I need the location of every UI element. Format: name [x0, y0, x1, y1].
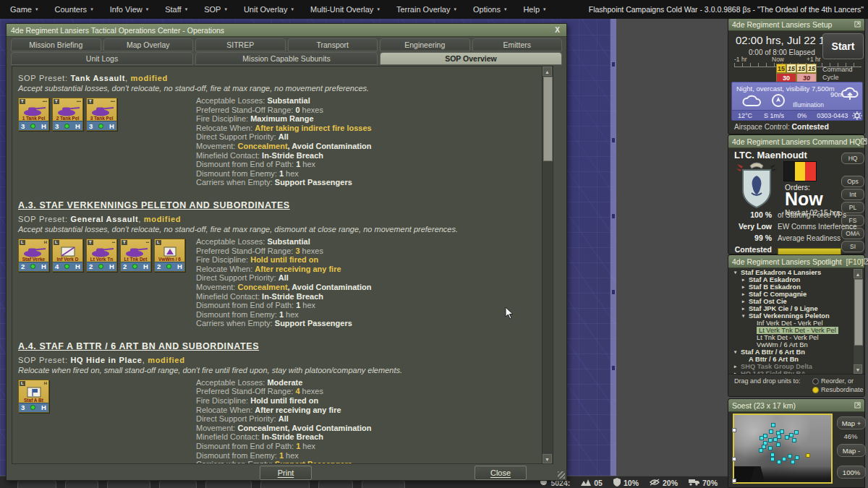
menu-item-terrain-overlay[interactable]: Terrain Overlay▾: [396, 5, 456, 14]
menu-item-help[interactable]: Help▾: [523, 5, 545, 14]
bottom-toolbar-button[interactable]: [318, 480, 353, 488]
tab-mission-briefing[interactable]: Mission Briefing: [11, 38, 101, 51]
map-zoom-out-button[interactable]: Map -: [837, 444, 866, 457]
bottom-toolbar-button[interactable]: [260, 480, 310, 488]
tree-item-staf-a-bttr-6-art-bn[interactable]: ▾Staf A Bttr / 6 Art Bn: [730, 348, 853, 356]
unit-counter-staf-verke[interactable]: LHStaf Verke2H: [18, 239, 49, 272]
scroll-down-icon[interactable]: ▼: [542, 454, 552, 463]
tree-item-staf-b-eskadron[interactable]: ▸Staf B Eskadron: [730, 283, 853, 291]
tab-sitrep[interactable]: SITREP: [195, 38, 286, 51]
tab-transport[interactable]: Transport: [288, 38, 378, 51]
hq-button-si[interactable]: SI: [841, 241, 864, 252]
tree-item-lt-tnk-det-verk-pel[interactable]: Lt Tnk Det - Verk Pel: [730, 334, 853, 341]
tab-sop-overview[interactable]: SOP Overview: [380, 52, 562, 65]
menu-item-options[interactable]: Options▾: [473, 5, 506, 14]
unit-counter-vwwrn-6[interactable]: LVwWrn / 62H: [154, 239, 185, 272]
unit-counter-3-tank-pel[interactable]: T•••3 Tank Pel3H: [86, 98, 117, 131]
unit-counter-lt-verk-tn[interactable]: T••Lt Verk Tn2H: [86, 239, 117, 272]
setup-panel-header[interactable]: 4de Regiment Lansiers Setup: [728, 18, 864, 31]
panel-popout-icon[interactable]: [854, 21, 861, 27]
print-button[interactable]: Print: [260, 466, 312, 480]
tree-item-inf-verk-det-verk-pel[interactable]: Inf Verk Det - Verk Pel: [730, 320, 853, 327]
unit-counter-1-tank-pel[interactable]: T•••1 Tank Pel3H: [18, 98, 49, 131]
bottom-toolbar-button[interactable]: [205, 480, 252, 488]
tab-map-overlay[interactable]: Map Overlay: [103, 38, 194, 51]
chevron-collapsed-icon: ▸: [742, 299, 749, 304]
unit-counter-staf-a-bt[interactable]: LHStaf A Bt3H: [18, 380, 49, 413]
map-zoom-in-button[interactable]: Map +: [837, 416, 866, 429]
bottom-toolbar-button[interactable]: [17, 480, 56, 488]
tab-emitters[interactable]: Emitters: [472, 38, 563, 51]
tree-item-staf-verkennings-peleton[interactable]: ▾Staf Verkennings Peleton: [730, 312, 853, 320]
scroll-down-icon[interactable]: ▼: [854, 364, 862, 374]
minimap[interactable]: [733, 414, 833, 484]
panel-popout-icon[interactable]: [861, 138, 867, 145]
counter-top-right-mark: ••: [112, 240, 115, 245]
resubordinate-radio[interactable]: [812, 387, 819, 393]
unit-counter-inf-verk-d[interactable]: LInf Verk D4H: [52, 239, 83, 272]
tab-unit-logs[interactable]: Unit Logs: [11, 52, 193, 65]
unit-counter-2-tank-pel[interactable]: T•••2 Tank Pel3H: [52, 98, 83, 131]
bottom-toolbar-button[interactable]: [65, 480, 98, 488]
menu-item-game[interactable]: Game▾: [10, 5, 38, 14]
minimap-panel-header[interactable]: Soest (23 x 17 km): [728, 399, 864, 412]
tree-item-vwwrn-6-art-bn[interactable]: VwWrn / 6 Art Bn: [730, 341, 853, 348]
tree-item-staf-c-compagnie[interactable]: ▸Staf C Compagnie: [730, 291, 853, 298]
panel-popout-icon[interactable]: [854, 402, 861, 408]
scrollbar-thumb[interactable]: [543, 77, 553, 161]
menu-item-staff[interactable]: Staff▾: [165, 5, 187, 14]
tree-item-staf-eskadron-4-lansiers[interactable]: ▾Staf Eskadron 4 Lansiers: [730, 269, 853, 276]
sop-detail-value: hexes: [300, 387, 323, 395]
dialog-titlebar[interactable]: 4de Regiment Lansiers Tactical Operation…: [7, 24, 566, 37]
sop-detail-row: Dismount from Enemy: 1 hex: [196, 169, 537, 179]
close-button[interactable]: Close: [475, 466, 527, 480]
resize-grip[interactable]: [558, 471, 565, 479]
sop-detail-label: Dismount from Enemy:: [196, 451, 279, 460]
menu-item-multi-unit-overlay[interactable]: Multi-Unit Overlay▾: [310, 5, 380, 14]
chevron-collapsed-icon: ▸: [742, 284, 749, 290]
temperature-value: 12°C: [738, 112, 752, 119]
counter-strength-value: 3: [55, 122, 59, 130]
status-item-value: 70%: [702, 479, 718, 487]
minimap-handle[interactable]: [732, 457, 736, 461]
hq-button-hq[interactable]: HQ: [841, 153, 864, 164]
scrollbar-thumb[interactable]: [854, 279, 863, 346]
tree-item-label: Lt Tnk Det - Verk Pel: [757, 334, 819, 341]
counter-unit-name: 1 Tank Pel: [19, 116, 48, 121]
dialog-scrollbar[interactable]: ▲ ▼: [542, 67, 553, 463]
tree-item-shq-task-group-delta[interactable]: ▸SHQ Task Group Delta: [730, 363, 853, 370]
menu-item-unit-overlay[interactable]: Unit Overlay▾: [244, 5, 294, 14]
bottom-toolbar-button[interactable]: [107, 480, 150, 488]
spotlight-title-text: 4de Regiment Lansiers Spotlight: [732, 257, 842, 266]
hq-panel-header[interactable]: 4de Regiment Lansiers Command HQ: [728, 135, 864, 148]
minimap-handle[interactable]: [732, 479, 736, 483]
start-button[interactable]: Start: [822, 33, 864, 59]
spotlight-scrollbar[interactable]: ▲ ▼: [853, 269, 863, 374]
menu-item-sop[interactable]: SOP▾: [204, 5, 227, 14]
sop-detail-value: Support Passengers: [275, 319, 352, 328]
reorder-radio[interactable]: [812, 378, 819, 385]
menu-item-counters[interactable]: Counters▾: [54, 5, 93, 14]
panel-popout-icon[interactable]: [864, 258, 868, 265]
scroll-up-icon[interactable]: ▲: [542, 67, 552, 76]
tree-item-staf-jpk-cie-9-ligne[interactable]: ▸Staf JPK Cie / 9 Ligne: [730, 305, 853, 312]
spotlight-panel-header[interactable]: 4de Regiment Lansiers Spotlight [F10]: [728, 255, 864, 268]
hq-button-int[interactable]: Int: [841, 189, 864, 200]
close-icon[interactable]: X: [553, 26, 562, 34]
tab-engineering[interactable]: Engineering: [380, 38, 470, 51]
menu-item-info-view[interactable]: Info View▾: [110, 5, 149, 14]
map-zoom-full-button[interactable]: 100%: [837, 466, 866, 479]
bottom-toolbar-button[interactable]: [159, 480, 197, 488]
minimap-handle[interactable]: [732, 428, 736, 432]
tree-item-staf-ost-cie[interactable]: ▸Staf Ost Cie: [730, 298, 853, 305]
bottom-toolbar-button[interactable]: [362, 480, 405, 488]
unit-counter-lt-tnk-det[interactable]: T••Lt Tnk Det2H: [120, 239, 151, 272]
sop-detail-value: , Avoid Contamination: [288, 283, 372, 291]
tab-mission-capable-subunits[interactable]: Mission Capable Subunits: [195, 52, 378, 65]
scroll-up-icon[interactable]: ▲: [854, 269, 862, 278]
hq-button-ops[interactable]: Ops: [841, 176, 864, 187]
tree-item-a-bttr-6-art-bn[interactable]: A Bttr / 6 Art Bn: [730, 356, 853, 363]
tree-item-lt-verk-tnk-det-verk-pel[interactable]: Lt Verk Tnk Det - Verk Pel: [730, 327, 853, 334]
tree-item-staf-a-eskadron[interactable]: ▸Staf A Eskadron: [730, 276, 853, 283]
counter-unit-name: Inf Verk D: [53, 257, 82, 262]
